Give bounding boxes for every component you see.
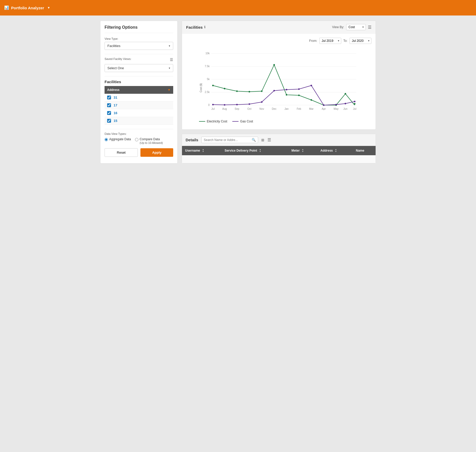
electricity-legend-label: Electricity Cost [207,120,227,123]
to-date-select[interactable]: Jul 2020 Jun 2020 May 2020 [350,38,371,44]
view-by-row: View By: Cost Usage Demand ☰ [332,24,371,30]
facility-16-checkbox[interactable] [107,111,111,115]
svg-point-36 [354,103,355,105]
svg-text:Cost ($): Cost ($) [200,83,202,92]
reset-button[interactable]: Reset [105,148,138,157]
data-view-section: Data View Types: Aggregate Data Compare … [105,129,173,145]
view-by-label: View By: [332,25,344,29]
view-type-select-wrapper: Facilities Buildings Accounts [105,42,173,50]
sdp-col-header[interactable]: Service Delivery Point ▲▼ [221,146,288,155]
chart-card-title: Facilities ℹ [186,25,205,29]
aggregate-data-option[interactable]: Aggregate Data [105,137,131,141]
facility-row: 15 [105,117,173,125]
info-icon[interactable]: ℹ [204,25,205,29]
filtering-title: Filtering Options [105,25,173,33]
facility-row: 16 [105,109,173,117]
facility-16-id[interactable]: 16 [114,111,117,115]
username-col-header[interactable]: Username ▲▼ [182,146,221,155]
svg-point-29 [273,64,275,66]
svg-text:Aug: Aug [222,107,227,110]
svg-point-43 [286,89,287,90]
svg-point-31 [298,95,300,96]
gas-legend-label: Gas Cost [240,120,253,123]
action-buttons: Reset Apply [105,148,173,157]
svg-point-46 [323,104,324,106]
svg-point-28 [261,90,263,92]
svg-text:May: May [334,107,339,110]
divider-1 [105,54,173,54]
facility-15-id[interactable]: 15 [114,119,117,123]
details-title: Details [186,138,198,142]
sdp-sort-icon: ▲▼ [259,149,261,153]
date-range-row: From: Jul 2019 Jun 2019 May 2019 To: Jul… [186,38,371,44]
from-label: From: [309,39,317,43]
line-chart: Cost ($) 10k 7.5k 5k 2.5k 0 [186,46,371,120]
saved-facility-label: Saved Facility Views: [105,57,131,60]
facility-row: 31 [105,94,173,102]
facility-31-checkbox[interactable] [107,96,111,99]
svg-point-35 [345,93,346,95]
electricity-legend-line [199,121,205,122]
chart-menu-icon[interactable]: ☰ [368,25,371,30]
meter-col-header[interactable]: Meter ▲▼ [288,146,317,155]
gas-legend-line [232,121,239,122]
address-col-header[interactable]: Address ▲▼ [317,146,353,155]
aggregate-label: Aggregate Data [109,137,131,141]
svg-text:Jan: Jan [284,107,289,110]
aggregate-radio[interactable] [105,138,108,141]
data-view-radio-group: Aggregate Data Compare Data (Up to 10 Al… [105,137,173,145]
svg-point-40 [249,103,250,105]
details-table-header-row: Username ▲▼ Service Delivery Point ▲▼ [182,146,376,155]
facility-15-checkbox[interactable] [107,119,111,123]
svg-point-45 [311,85,312,86]
compare-radio[interactable] [135,138,138,141]
view-type-select[interactable]: Facilities Buildings Accounts [105,42,173,50]
svg-point-48 [345,103,346,104]
name-col-header: Name [353,146,376,155]
header-chevron-icon[interactable]: ▼ [47,6,50,10]
facility-17-checkbox[interactable] [107,103,111,107]
facilities-list: 31 17 16 15 [105,94,173,125]
svg-point-24 [212,85,214,86]
svg-text:5k: 5k [207,78,210,81]
app-title: 📊 Portfolio Analyzer [4,5,44,10]
svg-text:10k: 10k [205,52,210,55]
saved-facility-header: Saved Facility Views: ☰ [105,57,173,62]
svg-point-39 [236,104,238,105]
svg-text:Apr: Apr [322,107,326,110]
svg-point-37 [212,104,214,105]
svg-text:Jun: Jun [343,107,347,110]
svg-text:Mar: Mar [309,107,314,110]
svg-point-30 [286,94,287,96]
from-date-select[interactable]: Jul 2019 Jun 2019 May 2019 [319,38,341,44]
facility-17-id[interactable]: 17 [114,103,117,107]
saved-facility-select[interactable]: Select One [105,64,173,72]
view-by-select[interactable]: Cost Usage Demand [346,24,366,30]
svg-text:Jul: Jul [353,107,356,110]
facility-31-id[interactable]: 31 [114,96,117,99]
search-input[interactable] [204,138,250,142]
search-box[interactable]: 🔍 [201,137,258,143]
svg-point-32 [311,99,312,101]
data-view-label: Data View Types: [105,132,173,135]
to-date-wrapper: Jul 2020 Jun 2020 May 2020 [350,38,371,44]
details-menu-icon[interactable]: ☰ [267,137,271,142]
svg-point-42 [273,90,275,91]
address-sort-icon-detail: ▲▼ [335,149,337,153]
address-sort-icon[interactable]: ▼ [168,88,171,92]
column-toggle-icon[interactable]: ⊞ [261,138,264,142]
svg-text:0: 0 [208,104,210,106]
svg-point-41 [261,101,263,103]
view-by-wrapper: Cost Usage Demand [346,24,366,30]
view-type-label: View Type: [105,37,173,40]
details-card: Details 🔍 ⊞ ☰ Username ▲▼ [182,134,376,163]
svg-point-25 [224,88,225,89]
facility-row: 17 [105,102,173,109]
apply-button[interactable]: Apply [140,148,173,157]
details-card-header: Details 🔍 ⊞ ☰ [182,134,376,146]
svg-text:7.5k: 7.5k [205,65,210,68]
from-date-wrapper: Jul 2019 Jun 2019 May 2019 [319,38,341,44]
svg-text:Oct: Oct [247,107,251,110]
compare-data-option[interactable]: Compare Data (Up to 10 Allowed) [135,137,163,145]
saved-facility-menu-icon[interactable]: ☰ [170,58,173,62]
